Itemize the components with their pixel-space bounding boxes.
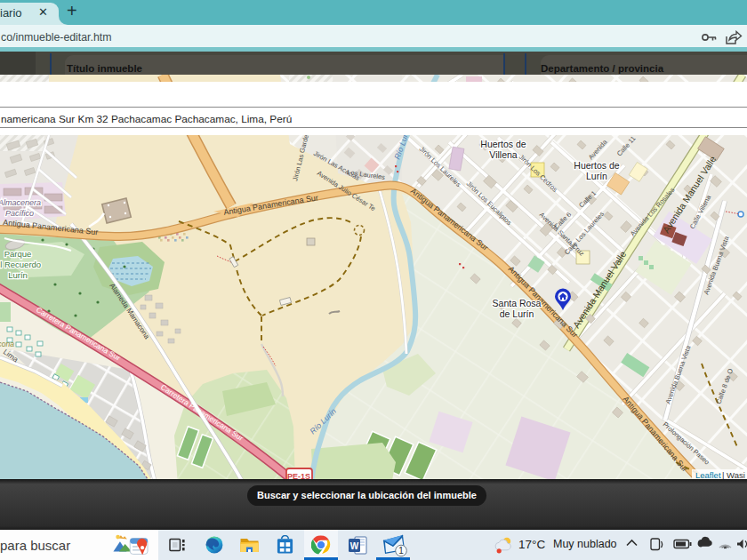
svg-text:Parque: Parque xyxy=(4,249,32,259)
svg-text:Santa Rosa: Santa Rosa xyxy=(493,298,542,308)
svg-text:Huertos de: Huertos de xyxy=(574,160,620,171)
svg-text:Lurín: Lurín xyxy=(586,171,607,181)
svg-text:Villena: Villena xyxy=(489,149,517,160)
svg-text:El Recuerdo: El Recuerdo xyxy=(0,260,41,269)
svg-text:de Lurín: de Lurín xyxy=(500,308,534,319)
svg-text:W: W xyxy=(350,541,359,551)
svg-text:Almacenera: Almacenera xyxy=(0,198,41,207)
svg-text:Huertos de: Huertos de xyxy=(480,139,526,149)
svg-text:Lurín: Lurín xyxy=(8,270,28,280)
svg-text:1: 1 xyxy=(398,546,404,556)
svg-text:Pacífico: Pacífico xyxy=(5,209,34,218)
